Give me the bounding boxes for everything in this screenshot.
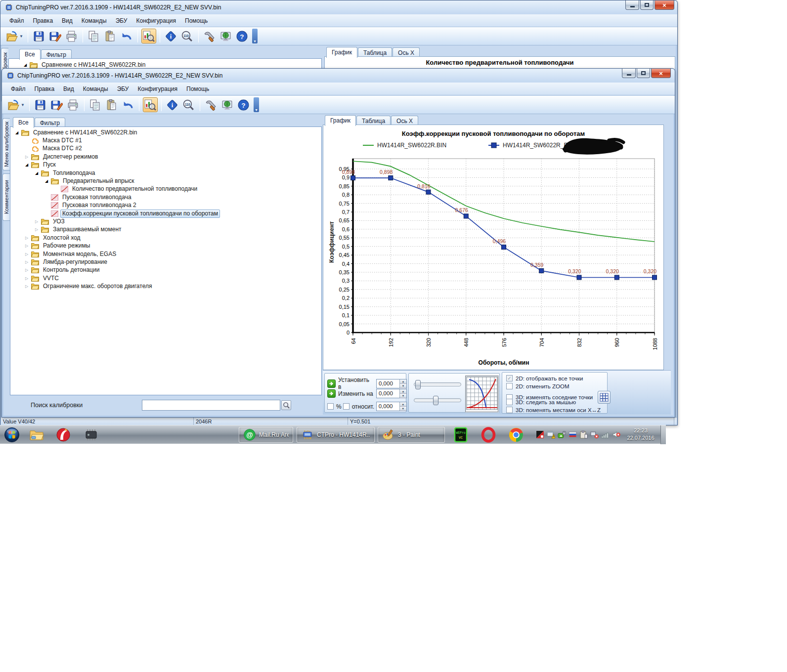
taskbar-button-paint[interactable]: 3 - Paint — [378, 427, 445, 443]
titlebar[interactable]: ChipTuningPRO ver.7.2016.3.1909 - HW1414… — [0, 0, 677, 14]
tree-panel[interactable]: ◢ Сравнение с HW1414R_SW6022R.bin Маска … — [10, 126, 322, 395]
toolbar-paste-button[interactable] — [104, 97, 119, 112]
close-button[interactable]: × — [655, 0, 674, 10]
menu-item[interactable]: Команды — [79, 84, 112, 94]
tree-collapsed-icon[interactable]: ▷ — [24, 260, 29, 264]
tree-item[interactable]: ▷ Рабочие режимы — [24, 242, 92, 250]
option-checkbox[interactable]: ✓ — [506, 375, 513, 381]
open-dropdown-icon[interactable]: ▼ — [19, 34, 23, 39]
tray-clipboard-icon[interactable] — [579, 430, 588, 439]
tree-item[interactable]: Маска DTC #1 — [24, 136, 84, 144]
search-input[interactable] — [142, 400, 280, 411]
toolbar-save-as-button[interactable] — [49, 97, 64, 112]
tree-expanded-icon[interactable]: ◢ — [44, 179, 49, 183]
tree-collapsed-icon[interactable]: ▷ — [24, 268, 29, 272]
toolbar-save-button[interactable] — [32, 29, 46, 43]
tree-collapsed-icon[interactable]: ▷ — [24, 252, 29, 256]
tree-collapsed-icon[interactable]: ▷ — [34, 227, 39, 232]
tree-item[interactable]: ▷ Лямбда-регулирование — [24, 258, 109, 266]
toolbar-tools-button[interactable] — [204, 97, 219, 112]
taskbar-button-mailru[interactable]: @Mail.Ru Агент — [239, 427, 293, 443]
tree-item[interactable]: ▷ Диспетчер режимов — [24, 153, 100, 161]
tree-item[interactable]: ▷ Ограничение макс. оборотов двигателя — [24, 283, 154, 291]
taskbar-chrome-icon[interactable] — [508, 427, 524, 443]
taskbar[interactable]: @Mail.Ru АгентCTPro - HW1414R...3 - Pain… — [0, 425, 666, 444]
toolbar-help-button[interactable]: ? — [235, 29, 250, 43]
toolbar-info-button[interactable]: i — [165, 97, 180, 112]
toolbar-info-button[interactable]: i — [164, 29, 178, 43]
horizontal-slider-2[interactable] — [414, 398, 461, 402]
tree-item[interactable]: ◢ Сравнение с HW1414R_SW6022R.bin — [14, 128, 139, 136]
tree-item[interactable]: ◢ Топливоподача — [34, 169, 97, 177]
tray-ru-flag-icon[interactable] — [568, 430, 577, 439]
taskbar-ccleaner-icon[interactable] — [55, 427, 71, 443]
relative-spinner[interactable]: 0,000 ▲▼ — [376, 402, 407, 411]
taskbar-button-ctpro[interactable]: CTPro - HW1414R... — [297, 427, 375, 443]
tray-action-center-icon[interactable] — [547, 430, 556, 439]
apply-change-button[interactable] — [327, 389, 336, 398]
tree-item[interactable]: ▷ Холостой ход — [24, 234, 82, 242]
sidebar-tab-calibrations[interactable]: Меню калибровок — [2, 118, 10, 170]
tree-item[interactable]: Маска DTC #2 — [24, 145, 84, 153]
menu-item[interactable]: Правка — [31, 84, 59, 94]
apply-set-button[interactable] — [327, 379, 336, 388]
menu-item[interactable]: ЭБУ — [113, 84, 133, 94]
tray-usb-eject-icon[interactable] — [558, 430, 567, 439]
tree-collapsed-icon[interactable]: ▷ — [24, 284, 29, 289]
tree-expanded-icon[interactable]: ◢ — [14, 130, 19, 135]
menu-item[interactable]: Помощь — [182, 84, 213, 94]
toolbar-undo-button[interactable] — [121, 97, 135, 112]
minimize-button[interactable] — [622, 69, 636, 78]
toolbar-overflow-button[interactable]: ▾ — [254, 97, 259, 112]
set-in-spinner[interactable]: 0,000 ▲▼ — [376, 379, 407, 388]
show-desktop-button[interactable] — [660, 425, 666, 444]
toolbar-zoom-110-button[interactable]: 110 — [181, 97, 196, 112]
toolbar-undo-button[interactable] — [119, 29, 134, 43]
taskbar-chip-icon[interactable] — [83, 427, 99, 443]
toolbar-save-as-button[interactable] — [48, 29, 63, 43]
open-dropdown-icon[interactable]: ▼ — [21, 103, 25, 107]
menu-item[interactable]: Команды — [78, 16, 111, 26]
change-by-spinner[interactable]: 0,000 ▲▼ — [376, 389, 407, 398]
toolbar-internet-button[interactable] — [219, 29, 233, 43]
toolbar-open-button[interactable] — [4, 29, 19, 43]
tree-item[interactable]: ▷ Запрашиваемый момент — [34, 226, 124, 234]
toolbar-help-button[interactable]: ? — [236, 97, 251, 112]
tree-expand-icon[interactable]: ◢ — [23, 63, 28, 67]
tray-network-error-icon[interactable] — [590, 430, 599, 439]
menu-item[interactable]: Вид — [59, 84, 78, 94]
tab-График[interactable]: График — [326, 47, 357, 58]
menu-item[interactable]: Конфигурация — [133, 84, 181, 94]
tree-item[interactable]: Пусковая топливоподача — [44, 193, 133, 201]
toolbar-compare-charts-button[interactable] — [143, 97, 158, 112]
tray-kaspersky-icon[interactable] — [536, 430, 545, 439]
menu-item[interactable]: Вид — [58, 16, 77, 26]
toolbar-open-button[interactable] — [6, 97, 21, 112]
toolbar-internet-button[interactable] — [220, 97, 235, 112]
chart-plot[interactable]: 00,050,10,150,20,250,30,350,40,450,50,55… — [323, 153, 664, 370]
tree-item[interactable]: ▷ VVTC — [24, 274, 61, 282]
menu-item[interactable]: Правка — [29, 16, 57, 26]
tree-item[interactable]: Сравнение с HW1414R_SW6022R.bin — [40, 61, 147, 69]
toolbar-compare-charts-button[interactable] — [141, 29, 156, 43]
tree-expanded-icon[interactable]: ◢ — [24, 163, 29, 167]
maximize-button[interactable] — [640, 0, 654, 10]
curve-preview-thumbnail[interactable] — [465, 376, 499, 413]
menu-item[interactable]: Конфигурация — [132, 16, 180, 26]
search-button[interactable] — [281, 400, 291, 410]
toolbar-copy-button[interactable] — [88, 97, 103, 112]
taskbar-explorer-icon[interactable] — [29, 427, 44, 443]
tab-График[interactable]: График — [325, 115, 356, 126]
toolbar-overflow-button[interactable]: ▾ — [252, 29, 258, 43]
option-checkbox[interactable] — [506, 399, 513, 405]
titlebar[interactable]: ChipTuningPRO ver.7.2016.3.1909 - HW1414… — [2, 69, 675, 83]
tree-collapsed-icon[interactable]: ▷ — [24, 244, 29, 248]
toolbar-tools-button[interactable] — [202, 29, 217, 43]
tree-item[interactable]: Количество предварительной топливоподачи — [54, 185, 199, 193]
tree-item[interactable]: Пусковая топливоподача 2 — [44, 202, 138, 210]
option-checkbox[interactable] — [506, 383, 513, 389]
tab-Все[interactable]: Все — [19, 49, 41, 60]
tree-collapsed-icon[interactable]: ▷ — [24, 155, 29, 159]
close-button[interactable]: × — [651, 69, 671, 78]
tree-item[interactable]: ▷ Контроль детонации — [24, 266, 101, 274]
